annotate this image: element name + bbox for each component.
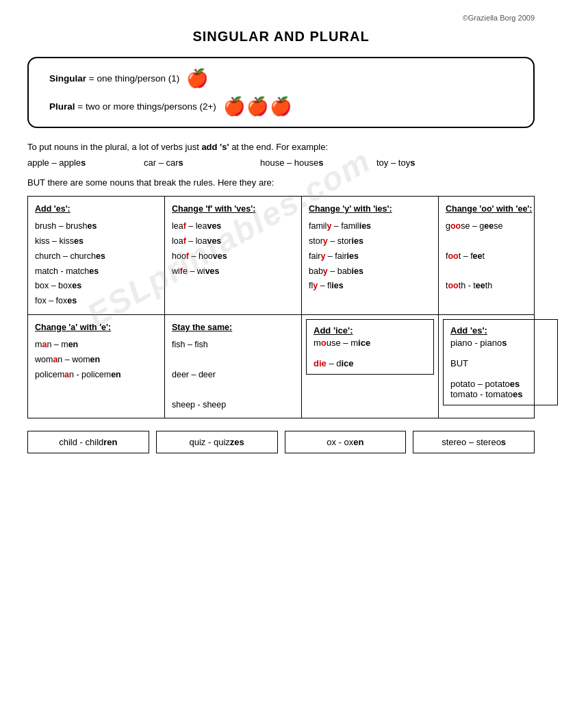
final-box-quiz: quiz - quizzes xyxy=(156,431,278,453)
example-house: house – houses xyxy=(260,158,376,168)
rule-change-f-ves-title: Change 'f' with 'ves': xyxy=(172,202,294,217)
singular-label: Singular = one thing/person (1) xyxy=(49,73,179,84)
intro-text: To put nouns in the plural, a lot of ver… xyxy=(27,142,535,152)
rule-change-f-ves: Change 'f' with 'ves': leaf – leaves loa… xyxy=(165,197,302,314)
rule-change-oo-ee-title: Change 'oo' with 'ee': xyxy=(446,202,555,217)
rule-change-a-e-title: Change 'a' with 'e': xyxy=(35,321,157,336)
rule-add-es: Add 'es': brush – brushes kiss – kisses … xyxy=(28,197,165,314)
rule-stay-same-title: Stay the same: xyxy=(172,321,294,336)
rule-change-y-ies: Change 'y' with 'ies': family – families… xyxy=(302,197,439,314)
rule-add-ice-title: Add 'ice': xyxy=(314,325,426,336)
plural-definition: Plural = two or more things/persons (2+)… xyxy=(49,96,520,117)
plural-label: Plural = two or more things/persons (2+) xyxy=(49,101,216,112)
rule-add-es2: Add 'es': piano - pianos BUT potato – po… xyxy=(443,319,558,405)
rule-add-es-title: Add 'es': xyxy=(35,202,157,217)
final-box-ox: ox - oxen xyxy=(285,431,407,453)
final-box-child: child - children xyxy=(27,431,149,453)
rules-row2: Change 'a' with 'e': man – men woman – w… xyxy=(28,315,534,418)
rule-add-es2-title: Add 'es': xyxy=(450,325,550,336)
final-boxes-row: child - children quiz - quizzes ox - oxe… xyxy=(27,431,535,453)
examples-row: apple – apples car – cars house – houses… xyxy=(27,158,535,168)
singular-definition: Singular = one thing/person (1) 🍎 xyxy=(49,68,520,89)
rules-row1: Add 'es': brush – brushes kiss – kisses … xyxy=(28,197,534,315)
example-car: car – cars xyxy=(144,158,260,168)
but-text: BUT there are some nouns that break the … xyxy=(27,177,535,188)
apple-group-icon: 🍎🍎🍎 xyxy=(223,96,293,117)
rules-grid: Add 'es': brush – brushes kiss – kisses … xyxy=(27,196,535,418)
example-apple: apple – apples xyxy=(27,158,144,168)
rule-change-oo-ee: Change 'oo' with 'ee': goose – geese foo… xyxy=(439,197,562,314)
example-toy: toy – toys xyxy=(376,158,493,168)
rule-change-y-ies-title: Change 'y' with 'ies': xyxy=(309,202,431,217)
final-box-stereo: stereo – stereos xyxy=(413,431,535,453)
page-title: SINGULAR AND PLURAL xyxy=(27,29,535,45)
rule-change-a-e: Change 'a' with 'e': man – men woman – w… xyxy=(28,315,165,418)
apple-single-icon: 🍎 xyxy=(186,68,208,89)
copyright: ©Graziella Borg 2009 xyxy=(27,14,535,22)
definition-box: Singular = one thing/person (1) 🍎 Plural… xyxy=(27,57,535,128)
rule-add-ice: Add 'ice': mouse – mice die – dice xyxy=(306,319,434,375)
rule-stay-same: Stay the same: fish – fish deer – deer s… xyxy=(165,315,302,418)
rule-col4-row2: Add 'es': piano - pianos BUT potato – po… xyxy=(439,315,562,418)
rule-col3-row2: Add 'ice': mouse – mice die – dice xyxy=(302,315,439,418)
